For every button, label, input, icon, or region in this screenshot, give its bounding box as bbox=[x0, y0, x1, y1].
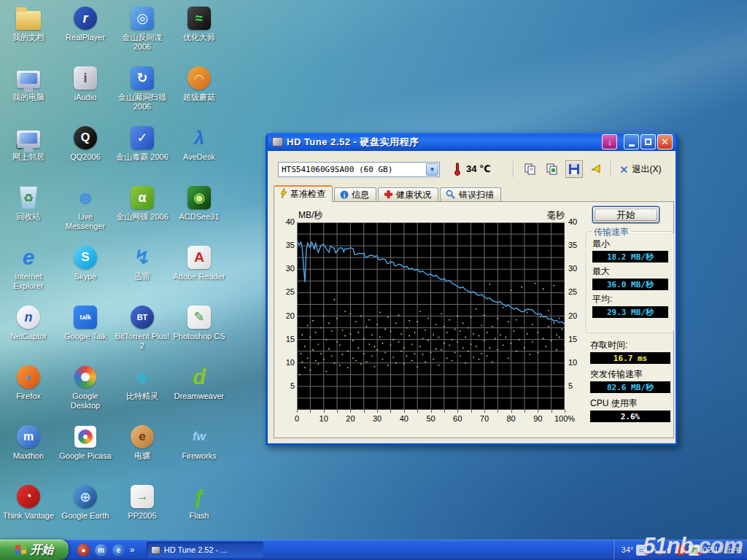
x-axis-tickmark bbox=[565, 410, 565, 413]
taskbar-task-hdtune[interactable]: HD Tune 2.52 - ... bbox=[147, 542, 263, 558]
desktop-icon-google-talk[interactable]: talkGoogle Talk bbox=[57, 302, 114, 362]
x-axis-tickmark bbox=[417, 410, 418, 413]
desktop-icon-acdsee31[interactable]: ◉ACDSee31 bbox=[171, 182, 228, 242]
desktop-icon-google-earth[interactable]: ⊕Google Earth bbox=[57, 481, 114, 541]
desktop-icon-kingsoft-vulnscan[interactable]: ↻金山漏洞扫描 2006 bbox=[114, 63, 171, 122]
benchmark-icon bbox=[279, 188, 287, 201]
copy-image-button[interactable] bbox=[543, 160, 561, 178]
tab-scan[interactable]: 错误扫描 bbox=[440, 187, 501, 202]
drive-select-value: HTS541060G9SA00 (60 GB) bbox=[279, 165, 425, 174]
benchmark-tab-page: MB/秒 毫秒 40403535303025252020151510105501… bbox=[274, 201, 674, 438]
save-screenshot-button[interactable] bbox=[565, 160, 583, 178]
minimize-button[interactable] bbox=[624, 134, 639, 149]
desktop-icon-firefox[interactable]: ●Firefox bbox=[0, 362, 57, 421]
desktop-icon-label: 比特精灵 bbox=[126, 392, 158, 401]
start-benchmark-button[interactable]: 开始 bbox=[592, 206, 659, 223]
start-menu-button[interactable]: 开始 bbox=[0, 540, 69, 560]
desktop-icon-internet-explorer[interactable]: eInternet Explorer bbox=[0, 242, 57, 302]
y-axis-tick-right: 35 bbox=[568, 241, 587, 249]
desktop-icon-label: ACDSee31 bbox=[179, 212, 219, 222]
desktop-icon-label: Dreamweaver bbox=[174, 392, 224, 401]
quick-launch-ie[interactable]: e bbox=[112, 544, 125, 556]
desktop-icon-label: AveDesk bbox=[183, 152, 215, 162]
desktop-icon-network-places[interactable]: 网上邻居 bbox=[0, 122, 57, 182]
x-axis-tick: 90 bbox=[523, 414, 552, 423]
maximize-button[interactable] bbox=[640, 134, 656, 149]
desktop-icon-label: Flash bbox=[190, 511, 209, 521]
quick-launch-overflow-chevron[interactable]: » bbox=[130, 545, 135, 555]
quick-launch-maxthon[interactable]: m bbox=[95, 544, 107, 556]
x-axis-tickmark bbox=[444, 410, 445, 413]
skype-icon: S bbox=[72, 244, 98, 271]
desktop-icon-pp2005[interactable]: →PP2005 bbox=[114, 481, 171, 541]
desktop-icon-qq2006[interactable]: QQQ2006 bbox=[57, 122, 114, 182]
firefox-icon: ● bbox=[15, 364, 42, 390]
desktop-icon-super-mushroom[interactable]: ◠超级蘑菇 bbox=[171, 63, 228, 122]
desktop-icon-dreamweaver[interactable]: dDreamweaver bbox=[171, 362, 228, 421]
desktop-icon-adobe-reader[interactable]: AAdobe Reader bbox=[171, 242, 228, 302]
desktop-icon-label: 网上邻居 bbox=[12, 152, 44, 162]
desktop-icon-emule[interactable]: e电骡 bbox=[114, 421, 171, 481]
desktop-icon-live-messenger[interactable]: ☻Live Messenger bbox=[57, 182, 114, 242]
desktop-icon-bittorrent-plus-2[interactable]: BTBitTorrent Plus! 2 bbox=[114, 302, 171, 362]
y-axis-tick-left: 35 bbox=[276, 241, 295, 249]
desktop-icon-recycle-bin[interactable]: ♻回收站 bbox=[0, 182, 57, 242]
desktop-icon-photoshop-cs[interactable]: ✎Photoshop CS bbox=[171, 302, 228, 362]
desktop-icon-kingsoft-antispyware[interactable]: ◎金山反间谍 2006 bbox=[114, 3, 171, 63]
max-rate-value: 36.0 MB/秒 bbox=[592, 279, 668, 290]
info-icon: i bbox=[340, 190, 349, 201]
minimize-to-tray-button[interactable]: ↓ bbox=[602, 134, 617, 149]
desktop-icon-iaudio[interactable]: iiAudio bbox=[57, 63, 114, 122]
desktop-icon-flash[interactable]: ƒFlash bbox=[171, 481, 228, 541]
desktop-icon-maxthon[interactable]: mMaxthon bbox=[0, 421, 57, 481]
x-axis-tickmark bbox=[350, 410, 351, 413]
burst-rate-label: 突发传输速率 bbox=[590, 368, 670, 381]
flash-icon: ƒ bbox=[186, 483, 212, 510]
exit-button[interactable]: ✕ 退出(X) bbox=[619, 162, 662, 177]
desktop-icon-netcaptor[interactable]: nNetCaptor bbox=[0, 302, 57, 362]
desktop-icon-label: Google Picasa bbox=[59, 451, 112, 461]
desktop-icon-my-computer[interactable]: 我的电脑 bbox=[0, 63, 57, 122]
google-picasa-icon bbox=[72, 424, 98, 450]
toolbar-separator bbox=[513, 161, 514, 177]
desktop-icon-bitspirit[interactable]: ◆比特精灵 bbox=[114, 362, 171, 421]
google-earth-icon: ⊕ bbox=[72, 483, 98, 510]
chevron-down-icon[interactable]: ▼ bbox=[426, 163, 438, 176]
window-title: HD Tune 2.52 - 硬盘实用程序 bbox=[287, 136, 600, 149]
desktop-icon-label: 优化大师 bbox=[183, 33, 215, 42]
avedesk-icon: λ bbox=[186, 125, 212, 151]
desktop-icon-realplayer[interactable]: rRealPlayer bbox=[57, 3, 114, 63]
drive-select[interactable]: HTS541060G9SA00 (60 GB) ▼ bbox=[278, 162, 440, 177]
x-axis-tickmark bbox=[404, 410, 405, 413]
my-documents-icon bbox=[15, 5, 42, 31]
desktop-icon-kingsoft-netguard[interactable]: α金山网镖 2006 bbox=[114, 182, 171, 242]
close-button[interactable]: ✕ bbox=[657, 134, 673, 149]
google-desktop-icon bbox=[72, 364, 98, 390]
kingsoft-netguard-icon: α bbox=[129, 184, 155, 211]
horn-icon-button[interactable] bbox=[587, 160, 605, 178]
desktop-icon-fireworks[interactable]: fwFireworks bbox=[171, 421, 228, 481]
window-titlebar[interactable]: HD Tune 2.52 - 硬盘实用程序 ↓ ✕ bbox=[268, 133, 676, 151]
tab-info[interactable]: i信息 bbox=[334, 187, 376, 202]
desktop-icon-youhua-dashi[interactable]: ≈优化大师 bbox=[171, 3, 228, 63]
x-axis-tickmark bbox=[511, 410, 512, 413]
bitspirit-icon: ◆ bbox=[129, 364, 155, 390]
y-axis-tick-left: 40 bbox=[276, 217, 295, 226]
desktop-icon-think-vantage[interactable]: ◔Think Vantage bbox=[0, 481, 57, 541]
desktop-icon-avedesk[interactable]: λAveDesk bbox=[171, 122, 228, 182]
dreamweaver-icon: d bbox=[186, 364, 212, 390]
copy-text-button[interactable] bbox=[522, 160, 539, 178]
x-axis-tickmark bbox=[310, 410, 311, 413]
quick-launch-browser[interactable]: ● bbox=[77, 544, 90, 556]
desktop-icon-skype[interactable]: SSkype bbox=[57, 242, 114, 302]
fireworks-icon: fw bbox=[186, 424, 212, 450]
tab-benchmark[interactable]: 基准检查 bbox=[274, 185, 333, 202]
desktop-icon-google-picasa[interactable]: Google Picasa bbox=[57, 421, 114, 481]
tab-health[interactable]: 健康状况 bbox=[378, 187, 438, 202]
desktop-icon-google-desktop[interactable]: Google Desktop bbox=[57, 362, 114, 421]
live-messenger-icon: ☻ bbox=[72, 184, 98, 211]
desktop-icon-kingsoft-antivirus[interactable]: ✓金山毒霸 2006 bbox=[114, 122, 171, 182]
desktop-icon-my-documents[interactable]: 我的文档 bbox=[0, 3, 57, 63]
desktop-icon-label: 我的文档 bbox=[12, 33, 44, 42]
desktop-icon-thunder-xunlei[interactable]: ↯迅雷 bbox=[114, 242, 171, 302]
